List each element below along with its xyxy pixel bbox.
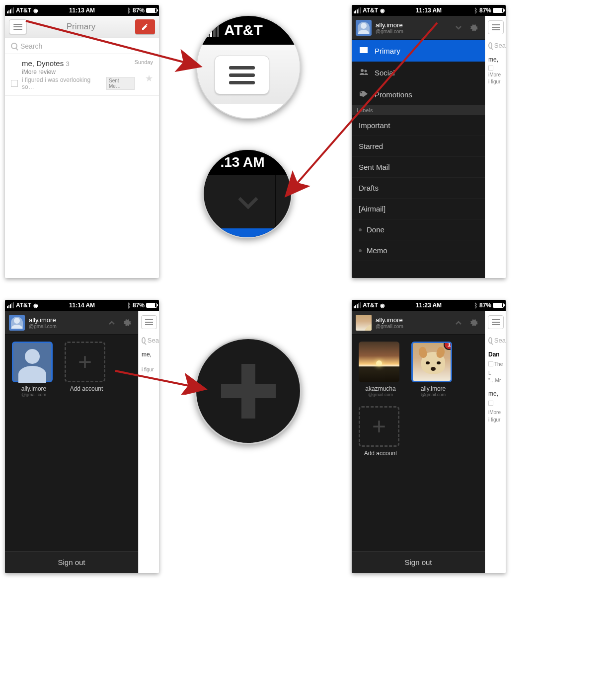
mail-subject: iMore review (22, 69, 135, 75)
status-bar: AT&T ◉ 11:14 AM ᛒ 87% (5, 300, 159, 311)
chevron-up-icon (455, 320, 462, 325)
settings-button[interactable] (466, 20, 481, 35)
settings-button[interactable] (466, 315, 481, 330)
screenshot-inbox: AT&T ◉ 11:13 AM ᛒ 87% Primary Search me,… (5, 5, 159, 278)
label-done[interactable]: Done (352, 219, 485, 240)
account-tile-1[interactable]: akazmucha @gmail.com (359, 342, 402, 397)
avatar-sunset (359, 342, 399, 382)
menu-button[interactable] (215, 56, 269, 94)
screenshot-accounts-multi: AT&T ◉ 11:23 AM ᛒ 87% ally.imore @gmail.… (352, 300, 506, 573)
sidebar-label: Promotions (375, 90, 412, 99)
screenshot-accounts-single: AT&T ◉ 11:14 AM ᛒ 87% ally.imore @gmail.… (5, 300, 159, 573)
settings-button[interactable] (119, 315, 134, 330)
avatar[interactable] (9, 315, 25, 331)
add-account-tile[interactable]: + Add account (359, 406, 402, 457)
menu-button[interactable] (141, 315, 157, 329)
search-icon (488, 42, 492, 49)
search-bar[interactable]: Sea (139, 337, 159, 344)
search-icon (11, 43, 17, 49)
checkbox[interactable] (488, 401, 493, 406)
mail-count: 3 (66, 60, 69, 68)
clock: 11:14 AM (69, 302, 95, 309)
sidebar-header: ally.imore @gmail.com (352, 311, 485, 335)
label-drafts[interactable]: Drafts (352, 178, 485, 199)
labels-header: Labels (352, 105, 485, 115)
add-account-label: Add account (65, 385, 108, 392)
callout-chevron: .13 AM (203, 149, 292, 238)
add-account-label: Add account (359, 450, 402, 457)
sidebar-item-social[interactable]: Social (352, 62, 485, 83)
search-bar[interactable]: Sea (485, 337, 506, 344)
label-important[interactable]: Important (352, 115, 485, 136)
battery-icon (493, 8, 504, 13)
inbox-title: Primary (27, 22, 135, 32)
menu-button[interactable] (9, 19, 27, 34)
account-name: ally.imore (376, 316, 451, 324)
account-email: @gmail.com (376, 29, 451, 34)
account-email: @gmail.com (359, 392, 402, 397)
account-dropdown[interactable] (451, 20, 466, 35)
account-email: @gmail.com (411, 392, 455, 397)
label-starred[interactable]: Starred (352, 136, 485, 157)
screenshot-sidebar: AT&T ◉ 11:13 AM ᛒ 87% ally.imore @gmail.… (352, 5, 506, 278)
signal-icon (7, 7, 14, 13)
avatar-dog: 1 (411, 342, 452, 382)
gear-icon (469, 23, 478, 32)
callout-menu-button: AT&T (196, 15, 301, 119)
compose-button[interactable] (135, 19, 155, 34)
carrier-label: AT&T (16, 302, 31, 309)
label-memo[interactable]: Memo (352, 240, 485, 261)
sidebar-item-promotions[interactable]: Promotions (352, 83, 485, 105)
checkbox[interactable] (488, 361, 493, 366)
callout-plus (195, 338, 302, 444)
people-icon (359, 69, 369, 77)
star-icon[interactable]: ★ (135, 73, 153, 84)
account-picker: akazmucha @gmail.com 1 ally.imore @gmail… (352, 335, 485, 573)
bluetooth-icon: ᛒ (127, 302, 131, 309)
search-bar[interactable]: Sea (485, 42, 506, 49)
add-account-box: + (65, 342, 105, 382)
mail-row[interactable]: me, Dynotes 3 iMore review i figured i w… (5, 54, 159, 96)
menu-button[interactable] (488, 315, 504, 329)
search-icon (488, 337, 492, 344)
checkbox[interactable] (11, 80, 18, 87)
gear-icon (122, 318, 131, 327)
checkbox[interactable] (488, 66, 493, 70)
signal-icon (354, 302, 361, 308)
chevron-down-icon (455, 25, 462, 30)
add-account-box: + (359, 406, 399, 447)
inbox-icon (359, 47, 369, 55)
account-dropdown[interactable] (104, 315, 119, 330)
wifi-icon: ◉ (380, 7, 385, 14)
account-name: ally.imore (29, 316, 104, 324)
search-icon (142, 337, 146, 344)
account-name: ally.imore (376, 21, 451, 29)
mail-from: me, (139, 351, 159, 358)
clock: .13 AM (203, 150, 291, 175)
clock: 11:13 AM (416, 7, 442, 14)
battery-pct: 87% (133, 7, 145, 14)
label-airmail[interactable]: [Airmail] (352, 199, 485, 219)
mail-from: me, (485, 56, 506, 63)
search-bar[interactable]: Search (5, 38, 159, 54)
plus-icon: + (78, 350, 92, 374)
avatar[interactable] (356, 20, 372, 36)
account-name: ally.imore (12, 385, 56, 392)
label-sentmail[interactable]: Sent Mail (352, 157, 485, 178)
account-picker: ally.imore @gmail.com + Add account (5, 335, 138, 573)
signout-button[interactable]: Sign out (352, 551, 485, 573)
account-dropdown[interactable] (451, 315, 466, 330)
notification-badge: 1 (444, 342, 452, 350)
sidebar-item-primary[interactable]: Primary (352, 40, 485, 62)
account-name: ally.imore (411, 385, 455, 392)
avatar[interactable] (356, 315, 372, 331)
account-tile-2[interactable]: 1 ally.imore @gmail.com (411, 342, 455, 397)
account-email: @gmail.com (12, 392, 56, 397)
add-account-tile[interactable]: + Add account (65, 342, 108, 397)
account-tile[interactable]: ally.imore @gmail.com (12, 342, 56, 397)
menu-button[interactable] (488, 20, 504, 34)
carrier-label: AT&T (16, 7, 31, 14)
signal-icon (354, 7, 361, 13)
app-header: Primary (5, 16, 159, 38)
signout-button[interactable]: Sign out (5, 551, 138, 573)
